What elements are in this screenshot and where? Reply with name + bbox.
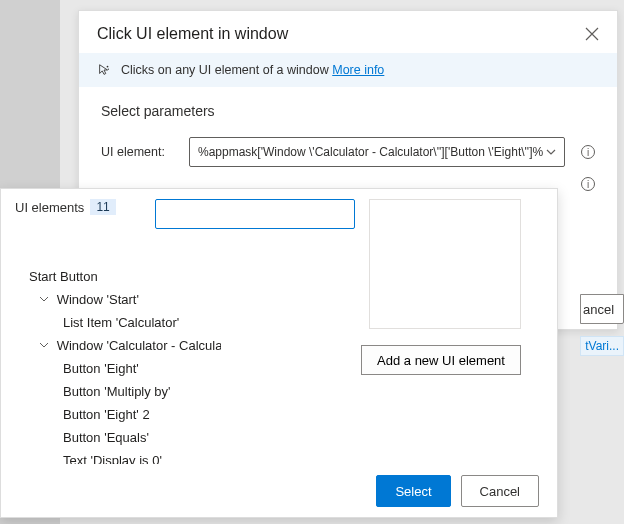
- close-icon[interactable]: [585, 27, 599, 41]
- variable-link-peek[interactable]: tVari...: [580, 336, 624, 356]
- svg-point-0: [107, 66, 109, 68]
- more-info-link[interactable]: More info: [332, 63, 384, 77]
- ui-elements-label: UI elements: [15, 200, 84, 215]
- tree-window-calculator-calculator[interactable]: Window 'Calculator - Calculator': [23, 334, 207, 357]
- cancel-button-peek[interactable]: ancel: [580, 294, 624, 324]
- svg-point-1: [108, 69, 109, 70]
- tree-item-button-equals[interactable]: Button 'Equals': [23, 426, 207, 449]
- select-button[interactable]: Select: [376, 475, 450, 507]
- tree-item-label: Window 'Calculator - Calculator': [57, 338, 221, 353]
- tree-item-button-eight-2[interactable]: Button 'Eight' 2: [23, 403, 207, 426]
- add-ui-element-button[interactable]: Add a new UI element: [361, 345, 521, 375]
- ui-elements-picker-panel: UI elements 11 Add a new UI element Star…: [0, 188, 558, 518]
- ui-element-select-value: %appmask['Window \'Calculator - Calculat…: [198, 145, 546, 159]
- cancel-button[interactable]: Cancel: [461, 475, 539, 507]
- tree-item-button-multiply[interactable]: Button 'Multiply by': [23, 380, 207, 403]
- cursor-click-icon: [97, 63, 111, 77]
- info-icon[interactable]: i: [581, 177, 595, 191]
- tree-item-calculator-listitem[interactable]: List Item 'Calculator': [23, 311, 207, 334]
- tree-window-start[interactable]: Window 'Start': [23, 288, 207, 311]
- select-parameters-heading: Select parameters: [101, 103, 595, 119]
- ui-elements-count-badge: 11: [90, 199, 115, 215]
- tree-root[interactable]: Start Button: [23, 265, 207, 288]
- chevron-down-icon: [39, 340, 51, 350]
- info-text-content: Clicks on any UI element of a window: [121, 63, 332, 77]
- preview-pane: [369, 199, 521, 329]
- chevron-down-icon: [546, 147, 556, 157]
- chevron-down-icon: [39, 294, 51, 304]
- tree-item-text-display[interactable]: Text 'Display is 0': [23, 449, 207, 464]
- info-icon[interactable]: i: [581, 145, 595, 159]
- search-input[interactable]: [155, 199, 355, 229]
- dialog-title: Click UI element in window: [97, 25, 288, 43]
- tree-item-button-eight[interactable]: Button 'Eight': [23, 357, 207, 380]
- ui-elements-tree: Start Button Window 'Start' List Item 'C…: [1, 261, 221, 464]
- info-bar: Clicks on any UI element of a window Mor…: [79, 53, 617, 87]
- ui-element-label: UI element:: [101, 145, 179, 159]
- ui-element-select[interactable]: %appmask['Window \'Calculator - Calculat…: [189, 137, 565, 167]
- info-text: Clicks on any UI element of a window Mor…: [121, 63, 384, 77]
- tree-item-label: Window 'Start': [57, 292, 139, 307]
